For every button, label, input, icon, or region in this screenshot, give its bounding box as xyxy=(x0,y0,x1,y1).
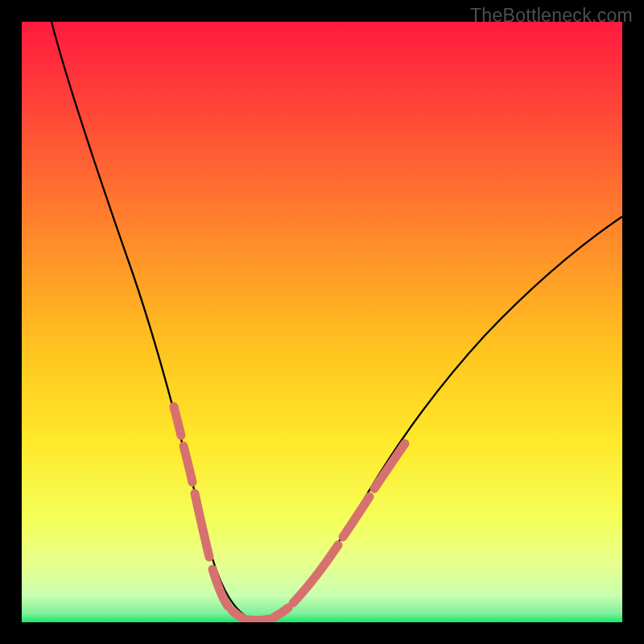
chart-frame: TheBottleneck.com xyxy=(0,0,644,644)
gradient-background xyxy=(22,22,622,622)
bottleneck-chart xyxy=(22,22,622,622)
watermark-text: TheBottleneck.com xyxy=(470,5,633,27)
